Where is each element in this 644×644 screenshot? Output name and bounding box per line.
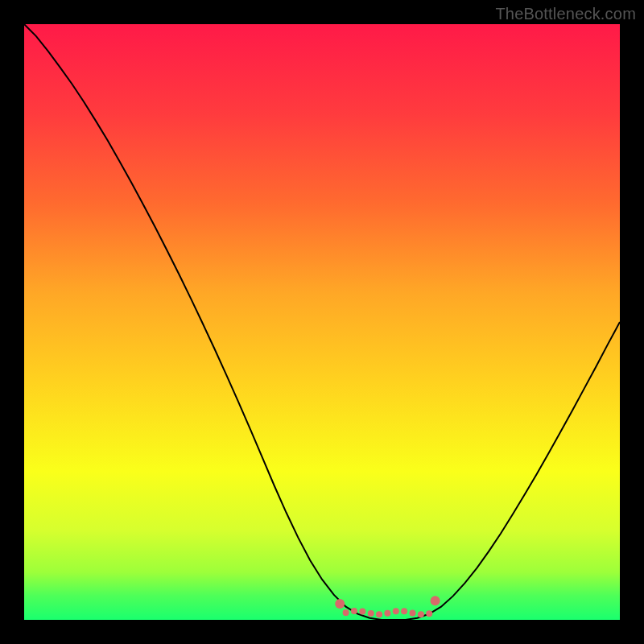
marker-dot — [426, 610, 432, 617]
marker-dot — [376, 611, 382, 617]
plot-area — [24, 24, 620, 620]
marker-dot — [368, 610, 374, 617]
marker-dot — [335, 599, 345, 609]
chart-frame: TheBottleneck.com — [0, 0, 644, 644]
marker-dot — [393, 608, 399, 614]
watermark-text: TheBottleneck.com — [495, 5, 636, 23]
marker-dot — [359, 609, 365, 615]
marker-dot — [343, 609, 349, 616]
marker-dot — [384, 610, 390, 617]
marker-dot — [418, 611, 424, 617]
marker-dot — [431, 596, 440, 605]
marker-dot — [401, 608, 407, 614]
marker-dot — [351, 608, 357, 614]
marker-dot — [409, 610, 415, 617]
gradient-background — [24, 24, 620, 620]
chart-svg — [24, 24, 620, 620]
